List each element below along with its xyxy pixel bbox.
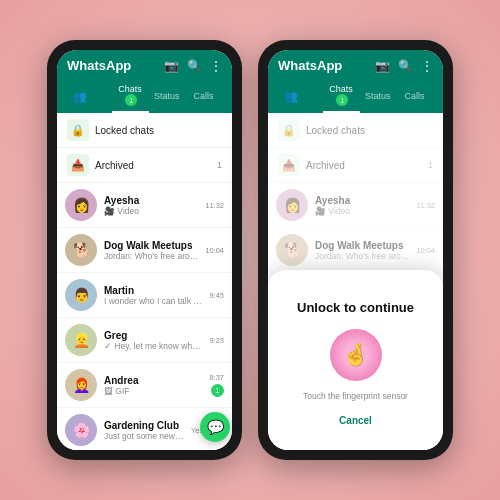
chat-body-dog: Dog Walk Meetups Jordan: Who's free arou… bbox=[104, 240, 198, 261]
unread-badge: 1 bbox=[211, 384, 224, 397]
chat-body-martin: Martin I wonder who I can talk to about.… bbox=[104, 285, 202, 306]
tab-people[interactable]: 👥 bbox=[67, 85, 112, 108]
chat-meta: 9:45 bbox=[209, 291, 224, 300]
chat-item-andrea[interactable]: 👩‍🦰 Andrea 🖼 GIF 8:37 1 bbox=[57, 363, 232, 408]
chat-meta: 11:32 bbox=[205, 201, 224, 210]
chat-preview: 🎥 Video bbox=[104, 206, 198, 216]
chat-item-dog[interactable]: 🐕 Dog Walk Meetups Jordan: Who's free ar… bbox=[57, 228, 232, 273]
chat-name: Dog Walk Meetups bbox=[104, 240, 198, 251]
chat-name: Gardening Club bbox=[104, 420, 184, 431]
avatar-andrea: 👩‍🦰 bbox=[65, 369, 97, 401]
locked-chats-row[interactable]: 🔒 Locked chats bbox=[57, 113, 232, 148]
compose-fab[interactable]: 💬 bbox=[200, 412, 230, 442]
tab-calls-label: Calls bbox=[194, 91, 214, 101]
archived-count-2: 1 bbox=[428, 160, 433, 170]
chat-meta: 9:23 bbox=[209, 336, 224, 345]
phone-1: WhatsApp 📷 🔍 ⋮ 👥 Chats1 Status bbox=[47, 40, 242, 460]
menu-icon[interactable]: ⋮ bbox=[210, 59, 222, 73]
chat-body-garden: Gardening Club Just got some new flower … bbox=[104, 420, 184, 441]
chat-item-ayesha-2: 👩 Ayesha 🎥 Video 11:32 bbox=[268, 183, 443, 228]
tab-chats-label-2: Chats bbox=[329, 84, 353, 94]
tab-bar-2: 👥 Chats1 Status Calls bbox=[278, 79, 433, 113]
chat-name: Andrea bbox=[104, 375, 202, 386]
search-icon-2: 🔍 bbox=[398, 59, 413, 73]
camera-icon[interactable]: 📷 bbox=[164, 59, 179, 73]
chats-badge: 1 bbox=[125, 94, 137, 106]
tab-status-label: Status bbox=[154, 91, 180, 101]
archived-row-2: 📥 Archived 1 bbox=[268, 148, 443, 183]
whatsapp-header-2: WhatsApp 📷 🔍 ⋮ 👥 Chats1 Status bbox=[268, 50, 443, 113]
chat-preview: Jordan: Who's free around... bbox=[104, 251, 198, 261]
header-icons: 📷 🔍 ⋮ bbox=[164, 59, 222, 73]
header-icons-2: 📷 🔍 ⋮ bbox=[375, 59, 433, 73]
fingerprint-button[interactable]: 🤞 bbox=[330, 329, 382, 381]
tab-chats-label: Chats bbox=[118, 84, 142, 94]
chat-name: Ayesha bbox=[104, 195, 198, 206]
lock-icon-2: 🔒 bbox=[278, 119, 300, 141]
whatsapp-header: WhatsApp 📷 🔍 ⋮ 👥 Chats1 Status bbox=[57, 50, 232, 113]
chat-item-dog-2: 🐕 Dog Walk Meetups Jordan: Who's free ar… bbox=[268, 228, 443, 273]
tab-status-label-2: Status bbox=[365, 91, 391, 101]
chats-badge-2: 1 bbox=[336, 94, 348, 106]
lock-icon: 🔒 bbox=[67, 119, 89, 141]
chat-time: 8:37 bbox=[209, 373, 224, 382]
phone-2-screen: WhatsApp 📷 🔍 ⋮ 👥 Chats1 Status bbox=[268, 50, 443, 450]
tab-chats[interactable]: Chats1 bbox=[112, 79, 149, 113]
avatar-dog-2: 🐕 bbox=[276, 234, 308, 266]
avatar-ayesha-2: 👩 bbox=[276, 189, 308, 221]
chat-item-martin[interactable]: 👨 Martin I wonder who I can talk to abou… bbox=[57, 273, 232, 318]
chat-item-ayesha[interactable]: 👩 Ayesha 🎥 Video 11:32 bbox=[57, 183, 232, 228]
locked-chats-row-2: 🔒 Locked chats bbox=[268, 113, 443, 148]
tab-bar: 👥 Chats1 Status Calls bbox=[67, 79, 222, 113]
menu-icon-2: ⋮ bbox=[421, 59, 433, 73]
avatar-dog: 🐕 bbox=[65, 234, 97, 266]
locked-label-2: Locked chats bbox=[306, 125, 433, 136]
avatar-ayesha: 👩 bbox=[65, 189, 97, 221]
tab-calls-2: Calls bbox=[396, 86, 433, 106]
cancel-button[interactable]: Cancel bbox=[339, 415, 372, 426]
chat-body-andrea: Andrea 🖼 GIF bbox=[104, 375, 202, 396]
people-icon-2: 👥 bbox=[284, 90, 298, 103]
camera-icon-2: 📷 bbox=[375, 59, 390, 73]
app-title: WhatsApp bbox=[67, 58, 131, 73]
locked-chats-label: Locked chats bbox=[95, 125, 222, 136]
tab-calls-label-2: Calls bbox=[405, 91, 425, 101]
archive-icon-2: 📥 bbox=[278, 154, 300, 176]
chat-meta: 10:04 bbox=[205, 246, 224, 255]
chat-time: 9:23 bbox=[209, 336, 224, 345]
background: WhatsApp 📷 🔍 ⋮ 👥 Chats1 Status bbox=[0, 0, 500, 500]
tab-people-2: 👥 bbox=[278, 85, 323, 108]
chat-name: Greg bbox=[104, 330, 202, 341]
avatar-garden: 🌸 bbox=[65, 414, 97, 446]
phone-1-screen: WhatsApp 📷 🔍 ⋮ 👥 Chats1 Status bbox=[57, 50, 232, 450]
chat-item-greg[interactable]: 👱 Greg ✓ Hey, let me know when we can me… bbox=[57, 318, 232, 363]
search-icon[interactable]: 🔍 bbox=[187, 59, 202, 73]
archived-row[interactable]: 📥 Archived 1 bbox=[57, 148, 232, 183]
chat-meta: 8:37 1 bbox=[209, 373, 224, 397]
tab-status-2: Status bbox=[360, 86, 397, 106]
chat-time: 9:45 bbox=[209, 291, 224, 300]
tab-status[interactable]: Status bbox=[149, 86, 186, 106]
chat-preview: I wonder who I can talk to about... bbox=[104, 296, 202, 306]
unlock-modal: Unlock to continue 🤞 Touch the fingerpri… bbox=[268, 270, 443, 450]
fingerprint-icon: 🤞 bbox=[342, 342, 369, 368]
chat-preview: Just got some new flower seeds... bbox=[104, 431, 184, 441]
chat-name: Martin bbox=[104, 285, 202, 296]
chat-time: 11:32 bbox=[205, 201, 224, 210]
archive-icon: 📥 bbox=[67, 154, 89, 176]
avatar-greg: 👱 bbox=[65, 324, 97, 356]
archived-count: 1 bbox=[217, 160, 222, 170]
modal-subtitle: Touch the fingerprint sensor bbox=[303, 391, 408, 401]
chat-body-ayesha: Ayesha 🎥 Video bbox=[104, 195, 198, 216]
chat-preview: 🖼 GIF bbox=[104, 386, 202, 396]
modal-title: Unlock to continue bbox=[297, 300, 414, 315]
chat-body-greg: Greg ✓ Hey, let me know when we can me..… bbox=[104, 330, 202, 351]
archived-label-2: Archived bbox=[306, 160, 422, 171]
chat-list: 🔒 Locked chats 📥 Archived 1 👩 Ayesha 🎥 V… bbox=[57, 113, 232, 450]
tab-chats-2: Chats1 bbox=[323, 79, 360, 113]
compose-icon: 💬 bbox=[207, 419, 224, 435]
tab-calls[interactable]: Calls bbox=[185, 86, 222, 106]
people-icon: 👥 bbox=[73, 90, 87, 103]
archived-label: Archived bbox=[95, 160, 211, 171]
phone-2: WhatsApp 📷 🔍 ⋮ 👥 Chats1 Status bbox=[258, 40, 453, 460]
